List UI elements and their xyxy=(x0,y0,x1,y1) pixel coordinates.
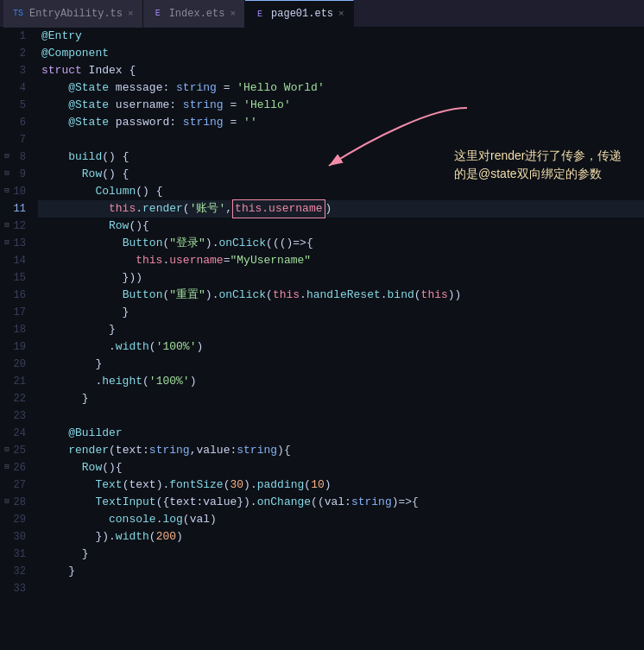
code-line-17: } xyxy=(38,304,644,321)
line-num-5: 5 xyxy=(0,97,31,114)
tab-label: EntryAbility.ts xyxy=(29,8,123,20)
ets-file-icon: E xyxy=(152,8,164,20)
line-num-19: 19 xyxy=(0,338,31,356)
line-num-11: 11 xyxy=(0,200,31,218)
code-line-29: console.log(val) xyxy=(38,511,644,528)
code-line-12: Row(){ xyxy=(38,218,644,235)
annotation-text: 这里对render进行了传参，传递的是@state双向绑定的参数 xyxy=(454,147,627,183)
line-num-3: 3 xyxy=(0,62,31,79)
code-line-7 xyxy=(38,131,644,148)
line-num-13: ⊟13 xyxy=(0,235,31,252)
line-num-30: 30 xyxy=(0,528,31,546)
tab-entryability[interactable]: TS EntryAbility.ts × xyxy=(3,0,143,28)
line-num-10: ⊟10 xyxy=(0,183,31,200)
line-number-gutter: 1 2 3 4 5 6 7 ⊟8 ⊟9 ⊟10 11 ⊟12 ⊟13 14 xyxy=(0,28,38,650)
tab-close-icon[interactable]: × xyxy=(230,9,236,19)
line-num-8: ⊟8 xyxy=(0,148,31,166)
code-line-20: } xyxy=(38,356,644,373)
code-line-14: this.username="MyUsername" xyxy=(38,252,644,269)
code-line-23 xyxy=(38,407,644,425)
code-line-27: Text(text).fontSize(30).padding(10) xyxy=(38,476,644,494)
fold-icon-13: ⊟ xyxy=(2,237,12,248)
tab-index[interactable]: E Index.ets × xyxy=(143,0,245,28)
fold-icon-28: ⊟ xyxy=(2,496,12,507)
code-line-26: Row(){ xyxy=(38,459,644,476)
line-num-4: 4 xyxy=(0,79,31,97)
code-line-3: struct Index { xyxy=(38,62,644,79)
fold-icon-9: ⊟ xyxy=(2,168,12,179)
tab-close-icon[interactable]: × xyxy=(128,9,134,19)
editor-body: 1 2 3 4 5 6 7 ⊟8 ⊟9 ⊟10 11 ⊟12 ⊟13 14 xyxy=(0,28,644,650)
line-num-1: 1 xyxy=(0,28,31,45)
code-line-33 xyxy=(38,580,644,597)
line-num-22: 22 xyxy=(0,390,31,407)
line-num-16: 16 xyxy=(0,287,31,304)
code-line-1: @Entry xyxy=(38,28,644,45)
code-line-10: Column() { xyxy=(38,183,644,200)
tab-label: Index.ets xyxy=(169,8,225,20)
code-line-5: @State username: string = 'Hello' xyxy=(38,97,644,114)
line-num-25: ⊟25 xyxy=(0,442,31,459)
code-line-4: @State message: string = 'Hello World' xyxy=(38,79,644,97)
fold-icon-12: ⊟ xyxy=(2,220,12,230)
code-line-11: this.render('账号',this.username) xyxy=(38,200,644,218)
line-num-28: ⊟28 xyxy=(0,494,31,511)
annotation-balloon: 这里对render进行了传参，传递的是@state双向绑定的参数 xyxy=(454,147,627,183)
line-num-29: 29 xyxy=(0,511,31,528)
code-line-16: Button("重置").onClick(this.handleReset.bi… xyxy=(38,287,644,304)
fold-icon-26: ⊟ xyxy=(2,462,12,472)
line-num-14: 14 xyxy=(0,252,31,269)
code-line-2: @Component xyxy=(38,45,644,62)
tab-bar: TS EntryAbility.ts × E Index.ets × E pag… xyxy=(0,0,644,28)
line-num-15: 15 xyxy=(0,269,31,287)
line-num-26: ⊟26 xyxy=(0,459,31,476)
ets-file-icon-active: E xyxy=(254,8,266,20)
tab-page01[interactable]: E page01.ets × xyxy=(245,0,354,28)
line-num-23: 23 xyxy=(0,407,31,425)
code-line-32: } xyxy=(38,563,644,580)
tab-close-icon-active[interactable]: × xyxy=(338,9,344,19)
fold-icon-8: ⊟ xyxy=(2,151,12,161)
code-line-28: 💡 TextInput({text:value}).onChange((val:… xyxy=(38,494,644,511)
line-num-18: 18 xyxy=(0,321,31,338)
editor-container: TS EntryAbility.ts × E Index.ets × E pag… xyxy=(0,0,644,650)
code-line-19: .width('100%') xyxy=(38,338,644,356)
code-line-21: .height('100%') xyxy=(38,373,644,390)
code-line-18: } xyxy=(38,321,644,338)
line-num-21: 21 xyxy=(0,373,31,390)
ts-file-icon: TS xyxy=(12,8,24,20)
line-num-32: 32 xyxy=(0,563,31,580)
fold-icon-10: ⊟ xyxy=(2,186,12,196)
line-num-6: 6 xyxy=(0,114,31,131)
code-line-15: })) xyxy=(38,269,644,287)
line-num-2: 2 xyxy=(0,45,31,62)
code-line-13: Button("登录").onClick((()=>{ xyxy=(38,235,644,252)
code-line-30: }).width(200) xyxy=(38,528,644,546)
code-line-22: } xyxy=(38,390,644,407)
line-num-12: ⊟12 xyxy=(0,218,31,235)
code-line-24: @Builder xyxy=(38,425,644,442)
tab-label-active: page01.ets xyxy=(271,8,333,20)
this-username-highlight: this.username xyxy=(232,199,325,218)
code-line-25: render(text:string,value:string){ xyxy=(38,442,644,459)
fold-icon-25: ⊟ xyxy=(2,445,12,455)
line-num-27: 27 xyxy=(0,476,31,494)
code-line-6: @State password: string = '' xyxy=(38,114,644,131)
line-num-17: 17 xyxy=(0,304,31,321)
line-num-20: 20 xyxy=(0,356,31,373)
line-num-7: 7 xyxy=(0,131,31,148)
line-num-33: 33 xyxy=(0,580,31,597)
line-num-9: ⊟9 xyxy=(0,166,31,183)
code-line-31: } xyxy=(38,546,644,563)
code-area[interactable]: @Entry @Component struct Index { @State … xyxy=(38,28,644,650)
line-num-31: 31 xyxy=(0,546,31,563)
code-lines: @Entry @Component struct Index { @State … xyxy=(38,28,644,597)
line-num-24: 24 xyxy=(0,425,31,442)
